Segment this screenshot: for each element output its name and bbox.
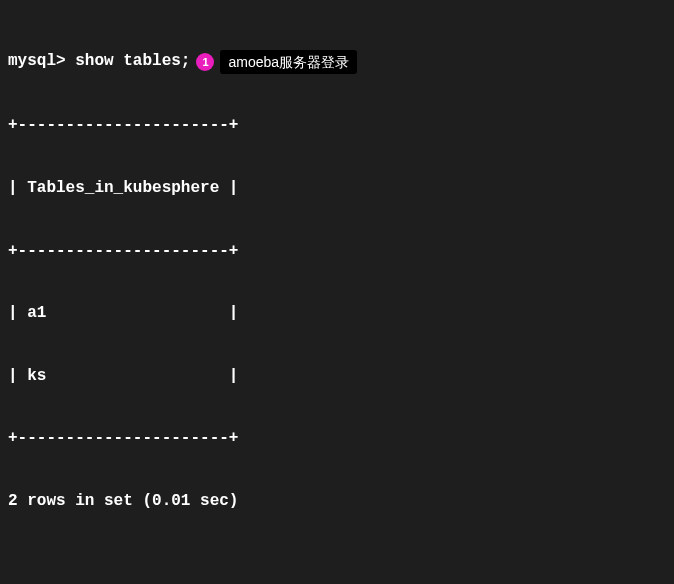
table-row: | a1 | bbox=[8, 303, 238, 324]
table-border: +----------------------+ bbox=[8, 115, 238, 136]
annotation-badge-1: 1 bbox=[196, 53, 214, 71]
table-border: +----------------------+ bbox=[8, 241, 238, 262]
table-border: +----------------------+ bbox=[8, 428, 238, 449]
terminal-output: mysql> show tables; 1 amoeba服务器登录 +-----… bbox=[8, 8, 666, 584]
mysql-prompt-show-tables: mysql> show tables; bbox=[8, 51, 190, 72]
result-summary: 2 rows in set (0.01 sec) bbox=[8, 491, 238, 512]
annotation-label-1: amoeba服务器登录 bbox=[220, 50, 357, 74]
table-header: | Tables_in_kubesphere | bbox=[8, 178, 238, 199]
table-row: | ks | bbox=[8, 366, 238, 387]
